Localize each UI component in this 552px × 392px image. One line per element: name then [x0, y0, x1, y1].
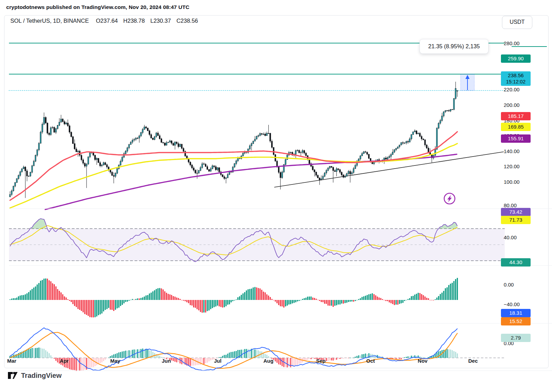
- momentum-bar: [339, 300, 341, 304]
- momentum-bar: [280, 300, 281, 306]
- tradingview-logo[interactable]: TradingView: [8, 371, 61, 380]
- close-value: C238.56: [176, 18, 198, 24]
- macd-bar: [113, 354, 114, 358]
- candle-body: [142, 129, 143, 132]
- candle-body: [387, 158, 388, 159]
- candle-body: [331, 166, 332, 167]
- momentum-bar: [203, 300, 204, 312]
- candle-body: [125, 151, 126, 153]
- macd-bar: [171, 358, 172, 361]
- candle-body: [200, 168, 201, 170]
- candle-body: [421, 137, 422, 139]
- ma-yellow-line: [10, 143, 457, 208]
- macd-bar: [101, 358, 102, 362]
- momentum-bar: [147, 295, 148, 300]
- candle-body: [42, 124, 43, 132]
- candle-body: [263, 134, 264, 134]
- macd-bar: [203, 358, 204, 364]
- momentum-bar: [127, 300, 128, 302]
- macd-bar: [326, 358, 327, 361]
- candle-body: [385, 158, 386, 159]
- momentum-bar: [423, 295, 424, 300]
- momentum-bar: [168, 294, 169, 300]
- currency-toggle-button[interactable]: USDT: [502, 16, 532, 29]
- ma-purple-price-label: 155.91: [501, 134, 531, 143]
- momentum-bar: [404, 300, 405, 301]
- macd-bar: [28, 349, 29, 358]
- macd-bar: [397, 358, 398, 359]
- candle-body: [395, 148, 396, 150]
- momentum-bar: [421, 294, 422, 300]
- candle-body: [176, 142, 177, 143]
- macd-bar: [179, 358, 180, 363]
- momentum-bar: [298, 300, 299, 301]
- momentum-bar: [217, 300, 218, 306]
- momentum-bar: [18, 296, 19, 300]
- candle-body: [302, 151, 303, 152]
- candle-body: [16, 179, 17, 183]
- candle-body: [25, 167, 26, 171]
- macd-bar: [287, 358, 288, 368]
- candle-body: [60, 119, 61, 122]
- candle-body: [67, 123, 68, 126]
- momentum-bar: [401, 300, 402, 303]
- candle-body: [363, 152, 364, 154]
- momentum-bar: [338, 300, 339, 304]
- macd-bar: [43, 349, 45, 358]
- macd-bar: [428, 357, 429, 358]
- candle-body: [349, 171, 351, 174]
- candle-body: [268, 133, 269, 133]
- momentum-bar: [178, 298, 179, 300]
- macd-bar: [298, 358, 299, 364]
- momentum-bar: [215, 300, 216, 306]
- momentum-bar: [108, 300, 109, 308]
- momentum-bar: [265, 292, 266, 300]
- momentum-bar: [407, 299, 408, 300]
- momentum-bar: [137, 299, 138, 300]
- candle-body: [297, 150, 298, 151]
- candle-body: [164, 143, 165, 145]
- macd-bar: [134, 350, 135, 358]
- candle-body: [339, 170, 341, 172]
- momentum-bar: [132, 299, 133, 300]
- macd-bar: [276, 358, 277, 363]
- chart-canvas[interactable]: [4, 16, 552, 392]
- macd-bar: [285, 358, 286, 367]
- macd-bar: [229, 353, 230, 358]
- momentum-bar: [43, 279, 45, 300]
- symbol-title[interactable]: SOL / TetherUS, 1D, BINANCE: [10, 18, 89, 24]
- candle-body: [389, 156, 390, 158]
- macd-bar: [76, 358, 77, 371]
- candle-body: [111, 172, 112, 176]
- momentum-bar: [72, 300, 73, 304]
- momentum-bar: [81, 300, 82, 311]
- candle-body: [45, 118, 46, 123]
- momentum-bar: [310, 296, 312, 300]
- momentum-bar: [321, 300, 322, 302]
- momentum-bar: [304, 298, 305, 300]
- candle-body: [392, 152, 393, 154]
- momentum-bar: [276, 300, 277, 303]
- macd-bar: [295, 358, 296, 365]
- low-value: L230.37: [150, 18, 171, 24]
- candle-body: [152, 138, 153, 140]
- momentum-bar: [402, 300, 403, 303]
- momentum-bar: [98, 300, 99, 315]
- candle-body: [30, 172, 31, 176]
- boost-button[interactable]: [444, 193, 455, 204]
- momentum-bar: [230, 300, 231, 302]
- macd-bar: [127, 351, 128, 358]
- macd-bar: [266, 355, 267, 358]
- momentum-bar: [356, 300, 357, 300]
- momentum-bar: [201, 300, 203, 313]
- candle-body: [411, 134, 412, 139]
- macd-bar: [455, 352, 456, 358]
- candle-body: [445, 111, 446, 112]
- momentum-bar: [394, 300, 395, 305]
- candle-body: [334, 171, 335, 172]
- momentum-bar: [275, 300, 276, 302]
- momentum-bar: [173, 296, 174, 300]
- candle-body: [436, 128, 437, 150]
- momentum-bar: [27, 293, 28, 300]
- momentum-bar: [263, 292, 264, 300]
